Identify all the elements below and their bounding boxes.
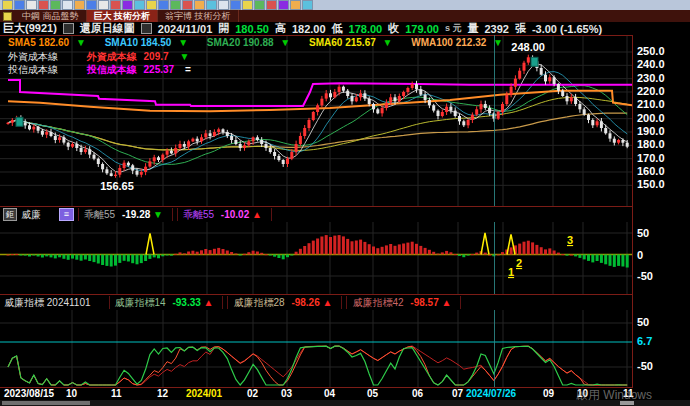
trust-cost-value: 225.37 [144,64,175,75]
x-axis-tick: 03 [281,388,292,399]
toolbar-icon[interactable] [110,0,121,10]
sma5-value: 182.60 [39,37,70,48]
calendar-icon[interactable] [141,23,152,34]
sma10-down-arrow: ▼ [178,37,188,48]
bias-tick: 0 [637,249,643,261]
foreign-cost-name: 外資成本線 [8,51,58,62]
close-value: 179.00 [405,23,439,35]
toolbar-icon[interactable] [302,0,313,10]
volume-value: 2392 [484,23,508,35]
open-value: 180.50 [235,23,269,35]
bias55-2-arrow: ▲ [252,209,262,220]
toolbar-icon[interactable] [74,0,85,10]
toolbar-icon[interactable] [242,0,253,10]
x-axis-tick: 07 [452,388,463,399]
toolbar-icon[interactable] [2,0,13,10]
svg-text:2: 2 [516,257,522,269]
toolbar-icon[interactable] [50,0,61,10]
toolbar-icon[interactable] [230,0,241,10]
bias55-legend-2: 乖離55 -10.02 ▲ [177,208,272,221]
toolbar-icon[interactable] [14,0,25,10]
trust-cost-name: 投信成本線 [8,64,58,75]
price-tick: 180.0 [637,138,665,150]
williams28-value: -98.26 [291,297,319,308]
toolbar-icon[interactable] [158,0,169,10]
williams14-legend: 威廉指標14 -93.33 ▲ [109,296,224,309]
toolbar-icon[interactable] [170,0,181,10]
activate-windows-watermark: 啟用 Windows [576,387,652,404]
price-tick: 170.0 [637,152,665,164]
chart-type-icon[interactable] [63,23,74,34]
tabbar-icon [3,12,12,21]
change-value: -3.00 (-1.65%) [532,23,602,35]
svg-text:1: 1 [508,266,514,278]
sma20-label: SMA20 [207,37,240,48]
sma10-value: 184.50 [141,37,172,48]
bias-tick: 50 [637,227,649,239]
williams28-legend: 威廉指標28 -98.26 ▲ [227,296,342,309]
quote-date: 2024/11/01 [158,23,212,35]
toolbar-icon[interactable] [134,0,145,10]
toolbar-icon[interactable] [254,0,265,10]
williams28-label: 威廉指標28 [233,297,284,308]
crosshair-value-tick: 6.7 [637,335,652,347]
volume-label: 量 [467,21,478,36]
toolbar-icon[interactable] [218,0,229,10]
svg-text:3: 3 [567,234,573,246]
williams-panel-title: 威廉指標 20241101 [4,296,91,310]
toolbar-icon[interactable] [38,0,49,10]
bias-histogram-panel[interactable]: 123 [0,221,632,295]
unit-label: s 元 [445,22,462,35]
sma5-down-arrow: ▼ [76,37,86,48]
toolbar-icon[interactable] [206,0,217,10]
williams14-arrow: ▲ [204,297,214,308]
high-value: 182.00 [292,23,326,35]
sma5-label: SMA5 [8,37,36,48]
foreign-cost-arrow: ▼ [179,51,189,62]
williams42-arrow: ▲ [441,297,451,308]
price-tick: 190.0 [637,125,665,137]
toolbar-icon[interactable] [98,0,109,10]
toolbar-icon[interactable] [122,0,133,10]
bias-tick: -50 [637,270,653,282]
toolbar-icon[interactable] [266,0,277,10]
toolbar-icon[interactable] [62,0,73,10]
williams28-arrow: ▲ [323,297,333,308]
close-label: 收 [388,21,399,36]
x-axis-tick: 11 [111,388,122,399]
williams-tick: -50 [637,360,653,372]
bias55-1-label: 乖離55 [84,209,115,220]
sma10-label: SMA10 [105,37,138,48]
chart-type-label: 還原日線圖 [80,21,135,36]
x-axis-tick: 10 [66,388,77,399]
open-label: 開 [218,21,229,36]
price-tick: 210.0 [637,98,665,110]
wma100-down-arrow: ▼ [493,37,503,48]
williams-chart-panel[interactable] [0,309,632,388]
high-label: 高 [275,21,286,36]
bias-panel-title: 威廉 [21,208,41,222]
wma100-label: WMA100 [411,37,453,48]
low-label: 低 [332,21,343,36]
foreign-cost-legend-row: 外資成本線 外資成本線 209.7 ▼ [8,50,193,64]
x-axis-tick: 04 [324,388,335,399]
indicator-menu-icon[interactable]: ≡ [59,208,74,221]
x-axis-tick: 12 [157,388,168,399]
toolbar-icon[interactable] [290,0,301,10]
price-tick: 150.0 [637,178,665,190]
toolbar-icon[interactable] [86,0,97,10]
price-tick: 220.0 [637,85,665,97]
sma20-down-arrow: ▼ [280,37,290,48]
toolbar-icon[interactable] [26,0,37,10]
x-axis-tick: 2024/01 [186,388,222,399]
toolbar-icon[interactable] [146,0,157,10]
williams-tick: 50 [637,316,649,328]
bias55-1-value: -19.28 [122,209,150,220]
toolbar-icon[interactable] [278,0,289,10]
williams42-value: -98.57 [410,297,438,308]
bias-histogram-chart[interactable]: 123 [0,221,632,294]
horizontal-scrollbar-thumb[interactable] [2,401,90,405]
toolbar-icon[interactable] [194,0,205,10]
williams-line-chart[interactable] [0,309,632,387]
toolbar-icon[interactable] [182,0,193,10]
